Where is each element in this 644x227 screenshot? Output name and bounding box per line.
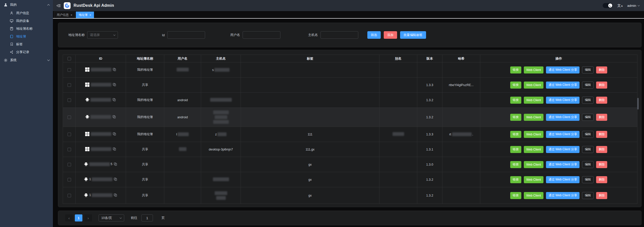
username-input[interactable] bbox=[243, 31, 280, 39]
filter-button[interactable]: 筛选 bbox=[367, 31, 381, 39]
prev-page-button[interactable]: ‹ bbox=[65, 214, 73, 221]
delete-button[interactable]: 删除 bbox=[596, 97, 607, 104]
id-input[interactable] bbox=[167, 31, 205, 39]
sidebar-item-my-devices[interactable]: 我的设备 bbox=[0, 17, 53, 25]
row-checkbox[interactable] bbox=[68, 133, 71, 136]
copy-icon[interactable] bbox=[114, 162, 117, 166]
sidebar-item-addressbook-names[interactable]: 地址簿名称 bbox=[0, 25, 53, 32]
name-cell: 共享 bbox=[126, 157, 164, 172]
sidebar-group-mine[interactable]: 我的 bbox=[0, 1, 53, 9]
addressbook-name-select[interactable]: 请选择 bbox=[87, 31, 118, 39]
row-checkbox[interactable] bbox=[68, 148, 71, 151]
edit-button[interactable]: 编辑 bbox=[582, 146, 594, 153]
row-checkbox[interactable] bbox=[68, 163, 71, 166]
delete-button[interactable]: 删除 bbox=[596, 66, 607, 73]
connect-button[interactable]: 链接 bbox=[510, 131, 521, 138]
delete-button[interactable]: 删除 bbox=[596, 192, 607, 199]
copy-icon[interactable] bbox=[114, 177, 117, 181]
connect-button[interactable]: 链接 bbox=[510, 161, 521, 168]
web-client-button[interactable]: Web Client bbox=[524, 97, 543, 104]
user-menu[interactable]: admin bbox=[627, 4, 639, 8]
name-text: 共享 bbox=[142, 83, 148, 87]
sidebar-item-addressbook[interactable]: 地址簿 bbox=[0, 32, 53, 40]
hostname-input[interactable] bbox=[320, 31, 358, 39]
copy-icon[interactable] bbox=[112, 115, 116, 119]
next-page-button[interactable]: › bbox=[84, 214, 92, 221]
connect-button[interactable]: 链接 bbox=[510, 97, 521, 104]
sidebar-item-user-info[interactable]: 用户信息 bbox=[0, 9, 53, 17]
connect-button[interactable]: 链接 bbox=[510, 176, 521, 183]
delete-button[interactable]: 删除 bbox=[596, 114, 607, 121]
delete-button[interactable]: 删除 bbox=[596, 161, 607, 168]
delete-button[interactable]: 删除 bbox=[596, 82, 607, 89]
edit-button[interactable]: 编辑 bbox=[582, 192, 594, 199]
edit-button[interactable]: 编辑 bbox=[582, 97, 594, 104]
page-number[interactable]: 1 bbox=[75, 214, 82, 221]
sidebar-item-share-records[interactable]: 分享记录 bbox=[0, 48, 53, 56]
connect-button[interactable]: 链接 bbox=[510, 82, 521, 89]
row-checkbox[interactable] bbox=[68, 68, 71, 72]
row-checkbox[interactable] bbox=[68, 116, 71, 119]
tab-close-icon[interactable]: × bbox=[89, 14, 91, 17]
sidebar-item-tags[interactable]: 标签 bbox=[0, 40, 53, 48]
edit-button[interactable]: 编辑 bbox=[582, 161, 594, 168]
edit-button[interactable]: 编辑 bbox=[582, 114, 594, 121]
copy-icon[interactable] bbox=[114, 193, 117, 197]
share-web-client-button[interactable]: 通过 Web Client 分享 bbox=[546, 146, 579, 153]
goto-page-input[interactable] bbox=[141, 214, 153, 221]
row-checkbox[interactable] bbox=[68, 178, 71, 181]
delete-button[interactable]: 删除 bbox=[596, 146, 607, 153]
dark-mode-toggle[interactable] bbox=[603, 3, 613, 8]
share-web-client-button[interactable]: 通过 Web Client 分享 bbox=[546, 176, 579, 183]
row-checkbox[interactable] bbox=[68, 194, 71, 197]
hash-cell bbox=[442, 142, 480, 157]
web-client-button[interactable]: Web Client bbox=[524, 146, 543, 153]
web-client-button[interactable]: Web Client bbox=[524, 176, 543, 183]
connect-button[interactable]: 链接 bbox=[510, 66, 521, 73]
alias-cell bbox=[379, 142, 417, 157]
translate-icon[interactable]: 文A bbox=[617, 4, 623, 7]
share-web-client-button[interactable]: 通过 Web Client 分享 bbox=[546, 97, 579, 104]
edit-button[interactable]: 编辑 bbox=[582, 131, 594, 138]
hash-cell bbox=[442, 172, 480, 187]
connect-button[interactable]: 链接 bbox=[510, 146, 521, 153]
select-all-checkbox[interactable] bbox=[68, 57, 71, 60]
web-client-button[interactable]: Web Client bbox=[524, 114, 543, 121]
fold-sidebar-icon[interactable] bbox=[56, 4, 61, 8]
batch-edit-tags-button[interactable]: 批量编辑标签 bbox=[400, 31, 426, 39]
add-button[interactable]: 添加 bbox=[384, 31, 397, 39]
row-checkbox[interactable] bbox=[68, 98, 71, 102]
web-client-button[interactable]: Web Client bbox=[524, 82, 543, 89]
web-client-button[interactable]: Web Client bbox=[524, 66, 543, 73]
web-client-button[interactable]: Web Client bbox=[524, 131, 543, 138]
web-client-button[interactable]: Web Client bbox=[524, 161, 543, 168]
host-cell bbox=[201, 187, 241, 204]
edit-button[interactable]: 编辑 bbox=[582, 176, 594, 183]
copy-icon[interactable] bbox=[113, 132, 116, 136]
page-size-select[interactable]: 10条/页 bbox=[99, 214, 124, 221]
copy-icon[interactable] bbox=[113, 147, 116, 151]
table-scrollbar[interactable] bbox=[637, 98, 639, 109]
copy-icon[interactable] bbox=[113, 68, 116, 71]
share-web-client-button[interactable]: 通过 Web Client 分享 bbox=[546, 114, 579, 121]
edit-button[interactable]: 编辑 bbox=[582, 82, 594, 89]
share-web-client-button[interactable]: 通过 Web Client 分享 bbox=[546, 161, 579, 168]
host-text: z bbox=[215, 133, 217, 136]
connect-button[interactable]: 链接 bbox=[510, 114, 521, 121]
share-web-client-button[interactable]: 通过 Web Client 分享 bbox=[546, 66, 579, 73]
delete-button[interactable]: 删除 bbox=[596, 176, 607, 183]
web-client-button[interactable]: Web Client bbox=[524, 192, 543, 199]
share-web-client-button[interactable]: 通过 Web Client 分享 bbox=[546, 131, 579, 138]
connect-button[interactable]: 链接 bbox=[510, 192, 521, 199]
tab-close-icon[interactable]: × bbox=[71, 14, 72, 17]
row-checkbox[interactable] bbox=[68, 83, 71, 87]
copy-icon[interactable] bbox=[113, 83, 116, 86]
edit-button[interactable]: 编辑 bbox=[582, 66, 594, 73]
copy-icon[interactable] bbox=[112, 98, 116, 101]
sidebar-group-system[interactable]: 系统 bbox=[0, 56, 53, 64]
share-web-client-button[interactable]: 通过 Web Client 分享 bbox=[546, 82, 579, 89]
share-web-client-button[interactable]: 通过 Web Client 分享 bbox=[546, 192, 579, 199]
tab-addressbook[interactable]: 地址簿 × bbox=[76, 12, 94, 18]
tab-user-info[interactable]: 用户信息 × bbox=[54, 12, 75, 18]
delete-button[interactable]: 删除 bbox=[596, 131, 607, 138]
